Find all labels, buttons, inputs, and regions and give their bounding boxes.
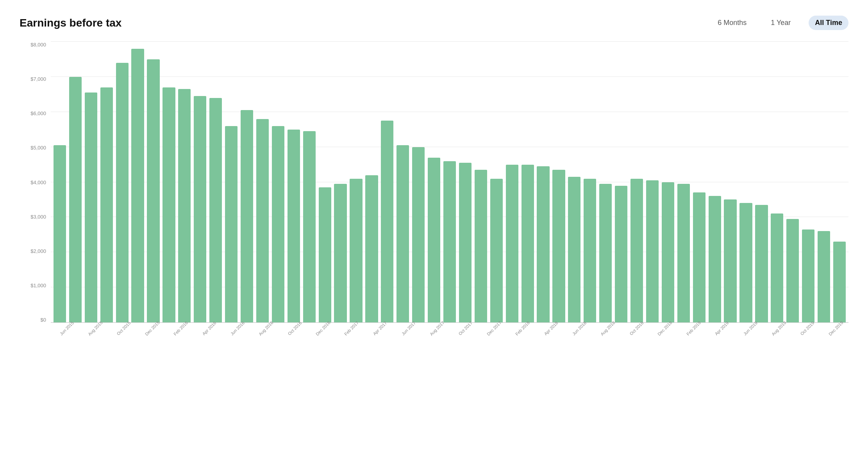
x-label-wrapper: Dec 2018 xyxy=(649,325,677,331)
bar-col xyxy=(489,42,504,322)
bar xyxy=(599,184,612,322)
x-label-wrapper: Oct 2015 xyxy=(108,325,136,331)
bar-col xyxy=(552,42,566,322)
bar xyxy=(771,213,783,322)
x-label-wrapper: Jun 2019 xyxy=(734,325,763,331)
bar-col xyxy=(582,42,597,322)
bar xyxy=(506,165,518,322)
bar-col xyxy=(224,42,239,322)
y-axis: $0$1,000$2,000$3,000$4,000$5,000$6,000$7… xyxy=(20,42,51,323)
x-axis-label: Aug 2018 xyxy=(600,320,616,336)
bar xyxy=(147,59,159,322)
x-label-wrapper: Aug 2018 xyxy=(592,325,621,331)
page-header: Earnings before tax 6 Months1 YearAll Ti… xyxy=(20,16,848,30)
bar xyxy=(85,93,97,322)
x-axis-label: Jun 2017 xyxy=(401,320,416,336)
x-label-wrapper: Oct 2019 xyxy=(791,325,820,331)
bar xyxy=(818,231,830,322)
x-label-wrapper: Dec 2016 xyxy=(307,325,336,331)
bar-col xyxy=(161,42,176,322)
x-label-wrapper: Aug 2019 xyxy=(763,325,791,331)
bar-col xyxy=(567,42,582,322)
bar xyxy=(428,158,440,322)
bar-col xyxy=(208,42,223,322)
bar-col xyxy=(692,42,707,322)
bar-col xyxy=(754,42,769,322)
bar-col xyxy=(193,42,207,322)
bar-col xyxy=(130,42,145,322)
y-axis-label: $2,000 xyxy=(20,248,51,254)
bar xyxy=(552,170,565,322)
bar-col xyxy=(505,42,520,322)
x-label-wrapper: Oct 2016 xyxy=(279,325,307,331)
bar xyxy=(241,110,253,322)
x-axis-label: Feb 2016 xyxy=(173,320,189,336)
bar xyxy=(615,186,627,323)
x-label-wrapper: Dec 2017 xyxy=(478,325,507,331)
x-label-wrapper: Feb 2017 xyxy=(336,325,364,331)
x-axis-label: Oct 2016 xyxy=(287,320,302,336)
bar-col xyxy=(629,42,644,322)
bar xyxy=(225,126,238,322)
bar-col xyxy=(333,42,348,322)
y-axis-label: $0 xyxy=(20,317,51,323)
bar-col xyxy=(801,42,816,322)
x-axis-label: Jun 2019 xyxy=(743,320,758,336)
bar-col xyxy=(458,42,473,322)
x-axis-label: Apr 2017 xyxy=(372,320,388,336)
y-axis-label: $8,000 xyxy=(20,42,51,48)
bar xyxy=(272,126,284,322)
x-axis-label: Oct 2017 xyxy=(458,320,473,336)
bar xyxy=(568,177,580,322)
x-axis-label: Aug 2015 xyxy=(87,320,104,336)
chart-area xyxy=(51,42,848,323)
x-axis: Jun 2015Aug 2015Oct 2015Dec 2015Feb 2016… xyxy=(51,323,848,346)
bar xyxy=(163,87,175,322)
time-filter-btn-1-year[interactable]: 1 Year xyxy=(764,16,797,30)
bar-col xyxy=(614,42,629,322)
x-axis-label: Oct 2018 xyxy=(629,320,644,336)
bar xyxy=(584,179,596,322)
bar-col xyxy=(427,42,441,322)
x-axis-label: Aug 2019 xyxy=(771,320,787,336)
bar-col xyxy=(645,42,660,322)
bar xyxy=(833,242,846,322)
bar-col xyxy=(536,42,551,322)
bar xyxy=(412,147,425,322)
x-axis-label: Aug 2016 xyxy=(258,320,274,336)
x-axis-label: Jun 2016 xyxy=(230,320,245,336)
bar xyxy=(131,49,144,322)
x-label-wrapper: Jun 2015 xyxy=(51,325,79,331)
y-axis-label: $7,000 xyxy=(20,76,51,82)
bar xyxy=(537,166,549,322)
time-filter-btn-6-months[interactable]: 6 Months xyxy=(711,16,753,30)
x-axis-label: Dec 2019 xyxy=(828,320,844,336)
bar-col xyxy=(661,42,675,322)
bar xyxy=(693,192,705,322)
bar xyxy=(490,179,503,322)
bar xyxy=(54,145,66,322)
bar-col xyxy=(676,42,691,322)
bar-col xyxy=(816,42,831,322)
bar-col xyxy=(302,42,317,322)
bar-col xyxy=(84,42,98,322)
bar xyxy=(69,77,82,322)
x-label-wrapper: Feb 2019 xyxy=(677,325,706,331)
bar-col xyxy=(442,42,457,322)
bar-col xyxy=(395,42,410,322)
y-axis-label: $4,000 xyxy=(20,180,51,185)
bars-wrapper xyxy=(51,42,848,322)
bar-col xyxy=(271,42,286,322)
x-axis-label: Oct 2015 xyxy=(116,320,132,336)
bar xyxy=(786,219,799,322)
bar-col xyxy=(707,42,722,322)
chart-container: $0$1,000$2,000$3,000$4,000$5,000$6,000$7… xyxy=(20,42,848,346)
bar xyxy=(646,180,659,322)
bar-col xyxy=(520,42,535,322)
x-axis-label: Feb 2018 xyxy=(514,320,530,336)
bar xyxy=(303,131,316,322)
x-label-wrapper: Oct 2017 xyxy=(450,325,478,331)
time-filter-btn-all-time[interactable]: All Time xyxy=(809,16,848,30)
x-axis-label: Feb 2019 xyxy=(685,320,701,336)
x-axis-label: Dec 2015 xyxy=(144,320,161,336)
